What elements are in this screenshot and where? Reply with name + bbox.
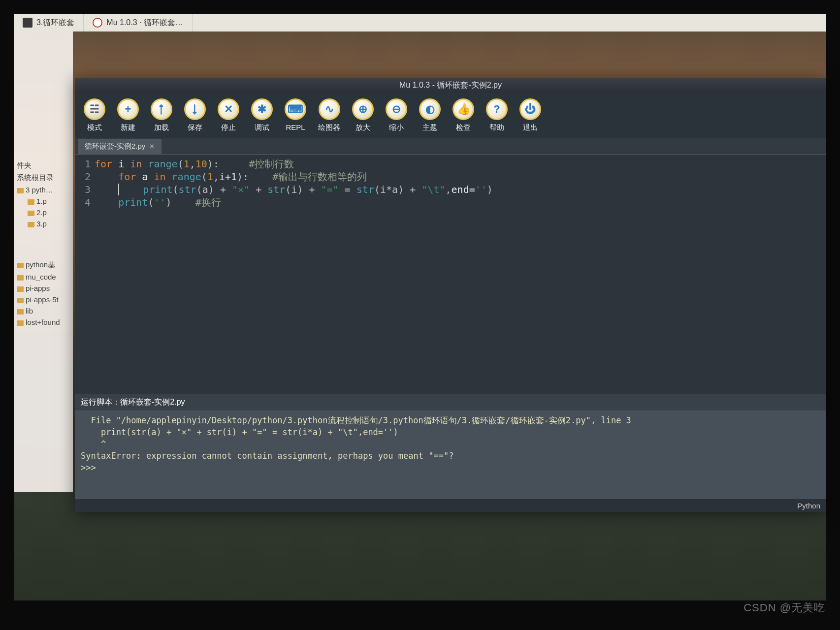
load-button[interactable]: ⭡加载 <box>151 98 172 132</box>
theme-icon: ◐ <box>419 98 441 120</box>
taskbar-item-label: 3.循环嵌套 <box>36 18 74 28</box>
fp-item[interactable]: 2.p <box>14 207 73 218</box>
help-icon: ? <box>486 98 508 120</box>
os-taskbar: 3.循环嵌套 Mu 1.0.3 · 循环嵌套… <box>14 14 826 32</box>
zoom-in-icon: ⊕ <box>352 98 374 120</box>
help-button[interactable]: ?帮助 <box>486 98 508 132</box>
taskbar-item[interactable]: 3.循环嵌套 <box>14 14 84 32</box>
folder-icon <box>28 211 34 216</box>
new-button[interactable]: +新建 <box>117 98 139 132</box>
bug-icon: ✱ <box>251 98 273 120</box>
wave-icon: ∿ <box>319 98 340 120</box>
theme-button[interactable]: ◐主题 <box>419 98 441 132</box>
file-manager-panel: 件夹 系统根目录 3 pyth… 1.p 2.p 3.p python基 mu_… <box>14 32 73 492</box>
upload-icon: ⭡ <box>151 98 172 120</box>
taskbar-item[interactable]: Mu 1.0.3 · 循环嵌套… <box>84 14 193 32</box>
check-button[interactable]: 👍检查 <box>452 98 474 132</box>
output-panel[interactable]: File "/home/applepinyin/Desktop/python/3… <box>75 410 826 499</box>
keyboard-icon: ⌨ <box>285 98 306 120</box>
fp-item[interactable]: lost+found <box>14 316 73 328</box>
zoom-in-button[interactable]: ⊕放大 <box>352 98 374 132</box>
download-icon: ⭣ <box>184 98 206 120</box>
repl-button[interactable]: ⌨REPL <box>285 98 306 132</box>
terminal-icon <box>23 18 32 28</box>
fp-label: 件夹 <box>14 159 73 172</box>
fp-item[interactable]: 3 pyth… <box>14 184 73 195</box>
plotter-button[interactable]: ∿绘图器 <box>318 98 340 132</box>
fp-item[interactable]: mu_code <box>14 271 73 283</box>
code-area[interactable]: for i in range(1,10): #控制行数 for a in ran… <box>95 155 826 394</box>
fp-item[interactable]: pi-apps <box>14 283 73 294</box>
fp-item[interactable]: python基 <box>14 259 73 271</box>
thumb-icon: 👍 <box>452 98 474 120</box>
folder-icon <box>28 199 34 205</box>
folder-icon <box>17 286 24 292</box>
save-button[interactable]: ⭣保存 <box>184 98 206 132</box>
status-language: Python <box>797 502 820 510</box>
mode-button[interactable]: ☵模式 <box>84 98 105 132</box>
folder-icon <box>17 275 24 281</box>
stop-button[interactable]: ✕停止 <box>218 98 239 132</box>
tab-label: 循环嵌套-实例2.py <box>85 142 145 151</box>
window-title: Mu 1.0.3 - 循环嵌套-实例2.py <box>75 78 826 93</box>
fp-item[interactable]: pi-apps-5t <box>14 294 73 305</box>
mu-editor-window: Mu 1.0.3 - 循环嵌套-实例2.py ☵模式 +新建 ⭡加载 ⭣保存 ✕… <box>75 78 826 512</box>
taskbar-item-label: Mu 1.0.3 · 循环嵌套… <box>106 18 183 28</box>
output-header: 运行脚本：循环嵌套-实例2.py <box>75 394 826 410</box>
close-icon[interactable]: ✕ <box>149 143 155 150</box>
quit-button[interactable]: ⏻退出 <box>519 98 541 132</box>
tab-file[interactable]: 循环嵌套-实例2.py ✕ <box>78 139 162 154</box>
debug-button[interactable]: ✱调试 <box>251 98 273 132</box>
status-bar: Python <box>75 499 826 512</box>
tab-bar: 循环嵌套-实例2.py ✕ <box>75 138 826 154</box>
toolbar: ☵模式 +新建 ⭡加载 ⭣保存 ✕停止 ✱调试 ⌨REPL ∿绘图器 ⊕放大 ⊖… <box>75 93 826 138</box>
fp-item[interactable]: 1.p <box>14 195 73 207</box>
mu-app-icon <box>93 18 102 28</box>
folder-icon <box>17 188 24 193</box>
line-gutter: 1 2 3 4 <box>75 155 95 394</box>
fp-label: 系统根目录 <box>14 172 73 184</box>
power-icon: ⏻ <box>519 98 541 120</box>
fp-item[interactable]: 3.p <box>14 218 73 229</box>
folder-icon <box>17 309 24 315</box>
folder-icon <box>28 222 34 227</box>
stop-icon: ✕ <box>218 98 239 120</box>
code-editor[interactable]: 1 2 3 4 for i in range(1,10): #控制行数 for … <box>75 154 826 394</box>
zoom-out-button[interactable]: ⊖缩小 <box>386 98 407 132</box>
folder-icon <box>17 263 24 268</box>
folder-icon <box>17 320 24 326</box>
mode-icon: ☵ <box>84 98 105 120</box>
fp-item[interactable]: lib <box>14 305 73 316</box>
plus-icon: + <box>117 98 139 120</box>
zoom-out-icon: ⊖ <box>386 98 407 120</box>
watermark: CSDN @无美吃 <box>743 600 825 615</box>
folder-icon <box>17 298 24 303</box>
